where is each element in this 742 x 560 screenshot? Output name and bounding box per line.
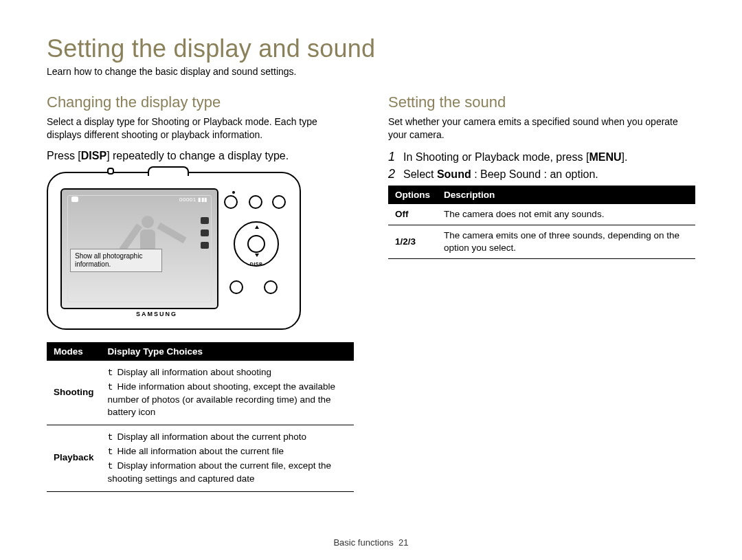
section-desc-sound: Set whether your camera emits a specifie…	[388, 115, 695, 142]
sound-options-table: Options Description Off The camera does …	[388, 186, 695, 260]
camera-top-small-button	[107, 168, 114, 175]
th-modes: Modes	[47, 342, 101, 361]
footer-section: Basic functions	[333, 537, 393, 548]
camera-button-bottom-2	[264, 280, 278, 294]
camera-illustration: 00001 ▮▮▮ Show all photographic informat…	[47, 172, 301, 330]
row-mode: Shooting	[47, 361, 101, 425]
camera-dpad: DISP	[234, 221, 279, 267]
camera-button-top-2	[249, 195, 262, 209]
list-item: Hide all information about the current f…	[117, 446, 284, 456]
camera-button-bottom-1	[229, 280, 243, 294]
instruction-disp: Press [DISP] repeatedly to change a disp…	[47, 150, 354, 162]
manual-page: Setting the display and sound Learn how …	[0, 0, 742, 492]
display-type-table: Modes Display Type Choices Shooting tDis…	[47, 342, 354, 492]
step-number: 1	[388, 150, 403, 164]
footer-page-number: 21	[398, 537, 408, 548]
camera-dpad-disp-label: DISP	[235, 262, 278, 267]
two-column-layout: Changing the display type Select a displ…	[47, 93, 695, 492]
list-item: Display information about the current fi…	[108, 460, 331, 484]
page-title: Setting the display and sound	[47, 34, 695, 63]
camera-button-top-1	[224, 195, 238, 209]
table-row: Off The camera does not emit any sounds.	[388, 204, 695, 225]
row-description: The camera emits one of three sounds, de…	[437, 225, 695, 259]
section-title-display: Changing the display type	[47, 93, 354, 111]
step-text: Select Sound : Beep Sound : an option.	[403, 168, 695, 181]
keyword-sound: Sound	[437, 168, 471, 180]
step-number: 2	[388, 167, 403, 181]
list-item: Display all information about shooting	[117, 367, 271, 377]
page-footer: Basic functions 21	[0, 537, 742, 548]
row-option: 1/2/3	[388, 225, 437, 259]
camera-counter: 00001 ▮▮▮	[179, 197, 207, 203]
th-choices: Display Type Choices	[101, 342, 354, 361]
camera-mode-icon	[71, 197, 78, 202]
camera-callout-box: Show all photographic information.	[70, 249, 162, 272]
th-options: Options	[388, 186, 437, 204]
camera-button-top-3	[272, 195, 286, 209]
camera-side-icons	[201, 217, 209, 249]
row-choices: tDisplay all information about the curre…	[101, 425, 354, 491]
list-item: Display all information about the curren…	[117, 432, 306, 442]
step-text: In Shooting or Playback mode, press [MEN…	[403, 151, 695, 164]
row-choices: tDisplay all information about shooting …	[101, 361, 354, 425]
table-row: Shooting tDisplay all information about …	[47, 361, 354, 425]
row-option: Off	[388, 204, 437, 225]
page-subtitle: Learn how to change the basic display an…	[47, 66, 695, 77]
camera-counter-text: 00001	[179, 197, 196, 203]
section-desc-display: Select a display type for Shooting or Pl…	[47, 115, 354, 142]
instruction-post: ] repeatedly to change a display type.	[106, 150, 289, 161]
keyword-menu: MENU	[589, 151, 621, 163]
left-column: Changing the display type Select a displ…	[47, 93, 354, 492]
row-mode: Playback	[47, 425, 101, 491]
camera-brand: SAMSUNG	[136, 311, 177, 317]
camera-button-cluster: DISP	[221, 194, 290, 317]
right-column: Setting the sound Set whether your camer…	[388, 93, 695, 492]
step-item: 2 Select Sound : Beep Sound : an option.	[388, 167, 695, 181]
steps-list: 1 In Shooting or Playback mode, press [M…	[388, 150, 695, 181]
camera-lcd: 00001 ▮▮▮ Show all photographic informat…	[60, 188, 218, 309]
keyword-disp: DISP	[81, 150, 106, 161]
table-row: Playback tDisplay all information about …	[47, 425, 354, 491]
section-title-sound: Setting the sound	[388, 93, 695, 111]
th-description: Description	[437, 186, 695, 204]
table-row: 1/2/3 The camera emits one of three soun…	[388, 225, 695, 259]
instruction-pre: Press [	[47, 150, 81, 161]
list-item: Hide information about shooting, except …	[108, 381, 335, 417]
camera-top-shutter	[148, 166, 189, 176]
row-description: The camera does not emit any sounds.	[437, 204, 695, 225]
step-item: 1 In Shooting or Playback mode, press [M…	[388, 150, 695, 164]
